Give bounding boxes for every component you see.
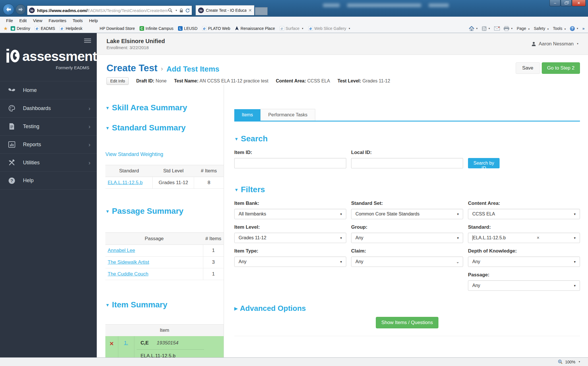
passage-link[interactable]: Annabel Lee — [108, 248, 135, 253]
logo-eye-icon — [10, 50, 20, 62]
zoom-level[interactable]: 100% — [565, 360, 575, 364]
content-area-select[interactable]: CCSS ELA▼ — [468, 209, 580, 219]
claim-select[interactable]: Any⌄ — [351, 257, 463, 267]
local-id-input[interactable] — [351, 158, 463, 168]
fav-plato-web[interactable]: ePLATO Web — [202, 26, 230, 31]
passage-summary-heading[interactable]: ▼Passage Summary — [105, 207, 224, 216]
lock-icon — [179, 8, 183, 13]
standard-set-select[interactable]: Common Core State Standards▼ — [351, 209, 463, 219]
search-icon[interactable] — [168, 8, 173, 13]
clear-icon[interactable]: × — [537, 235, 539, 240]
filter-claim: Claim: Any⌄ — [351, 248, 463, 267]
menu-file[interactable]: File — [3, 18, 16, 23]
menu-view[interactable]: View — [30, 18, 45, 23]
item-id: 19350154 — [157, 340, 179, 346]
restore-button[interactable] — [561, 0, 572, 6]
search-by-id-button[interactable]: Search by ID — [468, 158, 500, 168]
collapse-triangle-icon: ▼ — [105, 105, 110, 110]
user-menu[interactable]: Aaron Nessman ▼ — [531, 41, 579, 47]
ie-icon: e — [202, 26, 207, 31]
fav-eadms[interactable]: eEADMS — [35, 26, 55, 31]
sidebar-item-utilities[interactable]: Utilities › — [0, 153, 97, 172]
item-bank-select[interactable]: All Itembanks▼ — [234, 209, 346, 219]
fav-leusd[interactable]: LLEUSD — [178, 26, 198, 31]
minimize-button[interactable]: – — [550, 0, 560, 6]
item-summary-heading[interactable]: ▼Item Summary — [105, 300, 224, 309]
home-button[interactable]: ▼ — [469, 26, 478, 31]
ie-help-button[interactable]: ? ▼ — [570, 26, 579, 31]
draft-id: Draft ID: None — [136, 78, 167, 84]
standard-link[interactable]: ELA.L.11-12.5.b — [108, 180, 143, 185]
refresh-icon[interactable] — [185, 8, 190, 13]
standard-summary-heading[interactable]: ▼Standard Summary — [105, 123, 224, 132]
standard-select[interactable]: ELA.L.11-12.5.b×▼ — [468, 233, 580, 243]
test-level: Test Level: Grades 11-12 — [337, 78, 390, 84]
show-items-questions-button[interactable]: Show Items / Questions — [376, 317, 438, 328]
advanced-options-heading[interactable]: ▶Advanced Options — [234, 304, 580, 313]
item-number-link[interactable]: 1. — [124, 340, 128, 346]
fav-hp-download-store[interactable]: HP Download Store — [100, 26, 135, 31]
search-heading[interactable]: ▼Search — [234, 134, 580, 143]
item-type-select[interactable]: Any▼ — [234, 257, 346, 267]
printer-icon — [504, 26, 509, 31]
hamburger-menu-icon[interactable] — [84, 38, 91, 44]
webpage: i assessment Formerly EADMS Home Dashboa… — [0, 33, 588, 357]
table-row: Annabel Lee 1 — [105, 245, 224, 257]
ie-icon: e — [308, 26, 313, 31]
delete-item-icon[interactable]: × — [110, 340, 114, 347]
zoom-dropdown-icon[interactable]: ▼ — [578, 361, 581, 363]
home-icon — [469, 26, 474, 31]
tab-close-icon[interactable]: ✕ — [248, 8, 252, 13]
menu-favorites[interactable]: Favorites — [45, 18, 69, 23]
new-tab-button[interactable] — [255, 7, 268, 15]
depth-of-knowledge-select[interactable]: Any▼ — [468, 257, 580, 267]
edit-info-button[interactable]: Edit Info — [107, 77, 129, 85]
fav-infinite-campus[interactable]: CInfinite Campus — [140, 26, 173, 31]
menu-help[interactable]: Help — [86, 18, 101, 23]
url-text[interactable]: https://www.eadms.com/EADMSX/Testing/Tes… — [37, 8, 168, 13]
menu-edit[interactable]: Edit — [16, 18, 30, 23]
close-button[interactable]: ✕ — [572, 0, 586, 6]
fav-helpdesk[interactable]: eHelpdesk — [60, 26, 82, 31]
save-button[interactable]: Save — [516, 62, 540, 74]
menu-tools[interactable]: Tools — [69, 18, 86, 23]
page-menu[interactable]: Page ▼ — [517, 26, 530, 31]
fav-web-slice-gallery[interactable]: eWeb Slice Gallery▼ — [308, 26, 351, 31]
sidebar-item-home[interactable]: Home — [0, 81, 97, 99]
browser-tab[interactable]: io Create Test - IO Education ✕ — [196, 5, 254, 15]
item-id-input[interactable] — [234, 158, 346, 168]
passage-select[interactable]: Any▼ — [468, 280, 580, 291]
sidebar-item-reports[interactable]: Reports › — [0, 135, 97, 153]
tab-performance-tasks[interactable]: Performance Tasks — [260, 109, 315, 121]
passage-link[interactable]: The Sidewalk Artist — [108, 259, 149, 265]
item-level-select[interactable]: Grades 11-12▼ — [234, 233, 346, 243]
group-select[interactable]: Any▼ — [351, 233, 463, 243]
go-to-step2-button[interactable]: Go to Step 2 — [542, 62, 580, 74]
print-button[interactable]: ▼ — [504, 26, 513, 31]
passage-link[interactable]: The Cuddle Couch — [108, 271, 148, 277]
filters-heading[interactable]: ▼Filters — [234, 185, 580, 194]
fav-renaissance-place[interactable]: Renaissance Place — [235, 26, 275, 31]
table-row: The Cuddle Couch 1 — [105, 268, 224, 280]
overflow-chevron[interactable]: » — [582, 26, 585, 31]
sidebar-item-dashboards[interactable]: Dashboards › — [0, 99, 97, 117]
view-standard-weighting-link[interactable]: View Standard Weighting — [105, 151, 163, 157]
fav-surface[interactable]: eSurface▼ — [280, 26, 304, 31]
forward-button[interactable] — [16, 4, 26, 15]
tab-items[interactable]: Items — [234, 109, 260, 121]
sidebar-item-testing[interactable]: Testing › — [0, 117, 97, 135]
address-bar[interactable]: io https://www.eadms.com/EADMSX/Testing/… — [27, 5, 192, 15]
back-button[interactable] — [3, 4, 14, 15]
tools-menu[interactable]: Tools ▼ — [553, 26, 566, 31]
item-codes: C,E — [141, 340, 149, 346]
favorites-star-icon[interactable]: ★ — [3, 26, 8, 32]
sidebar-item-help[interactable]: ? Help — [0, 172, 97, 190]
collapse-triangle-icon: ▼ — [105, 209, 110, 214]
logo-subtitle: Formerly EADMS — [5, 65, 97, 70]
fav-destiny[interactable]: ◆Destiny — [11, 26, 30, 31]
search-dropdown-icon[interactable]: ▼ — [175, 9, 177, 12]
skill-area-summary-heading[interactable]: ▼Skill Area Summary — [105, 103, 224, 112]
feeds-button[interactable]: ▼ — [482, 26, 490, 31]
safety-menu[interactable]: Safety ▼ — [534, 26, 549, 31]
read-mail-button[interactable] — [494, 26, 500, 30]
